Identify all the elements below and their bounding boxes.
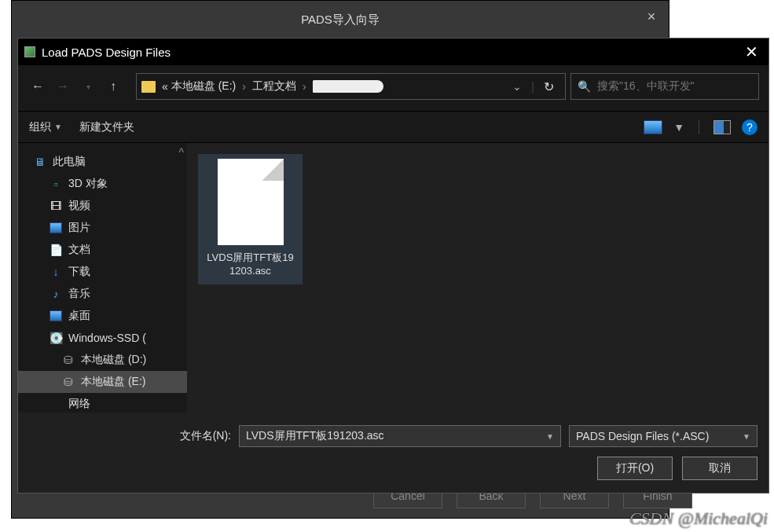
preview-pane-icon[interactable]	[713, 120, 731, 134]
dialog-title: Load PADS Design Files	[42, 46, 734, 59]
sidebar-item[interactable]: 网络	[18, 393, 187, 413]
dialog-close-button[interactable]: ✕	[734, 39, 768, 65]
view-mode-dropdown[interactable]: ▼	[673, 121, 684, 134]
file-list-pane[interactable]: LVDS屏用TFT板191203.asc	[187, 143, 768, 413]
scroll-up-button[interactable]: ^	[178, 146, 184, 159]
address-bar[interactable]: « 本地磁盘 (E:) › 工程文档 › ⌄ | ↻	[136, 73, 566, 100]
nav-row: ← → ▾ ↑ « 本地磁盘 (E:) › 工程文档 › ⌄ | ↻ 🔍 搜索"…	[18, 65, 768, 112]
ic-doc-icon	[50, 244, 62, 255]
nav-up-button[interactable]: ↑	[103, 76, 123, 97]
sidebar-item-label: 文档	[68, 243, 90, 257]
search-icon: 🔍	[578, 80, 591, 93]
cancel-button[interactable]: 取消	[682, 457, 757, 480]
organize-button[interactable]: 组织 ▼	[29, 120, 62, 134]
sidebar-item-label: 本地磁盘 (D:)	[81, 353, 146, 367]
sidebar-item-label: 桌面	[68, 309, 90, 323]
breadcrumb-drive[interactable]: 本地磁盘 (E:)	[171, 79, 236, 94]
file-icon	[218, 159, 284, 245]
search-placeholder: 搜索"16、中联开发"	[597, 79, 695, 94]
chevron-right-icon: ›	[239, 80, 249, 93]
sidebar-item[interactable]: 图片	[18, 217, 187, 239]
breadcrumb-redacted	[313, 80, 383, 93]
ic-dl-icon	[50, 266, 62, 277]
sidebar: ^ 此电脑3D 对象视频图片文档下载音乐桌面Windows-SSD (本地磁盘 …	[18, 143, 187, 413]
address-history-button[interactable]: ⌄	[506, 80, 528, 93]
sidebar-item-label: 视频	[68, 199, 90, 213]
sidebar-item-label: 3D 对象	[68, 177, 108, 191]
nav-back-button[interactable]: ←	[28, 76, 48, 97]
ic-ssd-icon	[50, 332, 62, 343]
sidebar-item-label: 下载	[68, 265, 90, 279]
filetype-select[interactable]: PADS Design Files (*.ASC) ▼	[569, 425, 757, 447]
search-input[interactable]: 🔍 搜索"16、中联开发"	[570, 73, 759, 100]
wizard-title: PADS导入向导	[301, 13, 380, 28]
refresh-button[interactable]: ↻	[537, 79, 560, 94]
sidebar-item[interactable]: 文档	[18, 239, 187, 261]
ic-drv-icon	[62, 354, 75, 365]
dialog-body: ^ 此电脑3D 对象视频图片文档下载音乐桌面Windows-SSD (本地磁盘 …	[18, 143, 768, 413]
toolbar: 组织 ▼ 新建文件夹 ▼ ?	[18, 112, 768, 143]
dialog-titlebar[interactable]: Load PADS Design Files ✕	[18, 39, 768, 65]
ic-vid-icon	[50, 200, 62, 211]
wizard-close-button[interactable]: ×	[640, 9, 662, 26]
sidebar-item-label: 此电脑	[53, 155, 86, 169]
sidebar-item-label: 本地磁盘 (E:)	[81, 375, 145, 389]
chevron-down-icon[interactable]: ▼	[546, 432, 554, 441]
blank-icon	[50, 398, 62, 409]
filename-input[interactable]: LVDS屏用TFT板191203.asc ▼	[239, 425, 561, 447]
file-open-dialog: Load PADS Design Files ✕ ← → ▾ ↑ « 本地磁盘 …	[17, 38, 769, 493]
dialog-bottom: 文件名(N): LVDS屏用TFT板191203.asc ▼ PADS Desi…	[18, 413, 768, 493]
breadcrumb-prefix: «	[162, 80, 168, 93]
help-icon[interactable]: ?	[742, 119, 757, 135]
file-item[interactable]: LVDS屏用TFT板191203.asc	[198, 154, 303, 284]
sidebar-item[interactable]: 本地磁盘 (D:)	[18, 349, 187, 371]
sidebar-item-label: 网络	[68, 397, 90, 411]
breadcrumb-folder[interactable]: 工程文档	[252, 79, 296, 94]
sidebar-item[interactable]: 桌面	[18, 305, 187, 327]
ic-3d-icon	[50, 178, 62, 189]
open-button[interactable]: 打开(O)	[597, 457, 673, 480]
new-folder-button[interactable]: 新建文件夹	[79, 120, 134, 134]
chevron-right-icon: ›	[299, 80, 310, 93]
folder-icon	[141, 81, 156, 93]
ic-drv-icon	[62, 376, 75, 387]
sidebar-item[interactable]: 本地磁盘 (E:)	[18, 371, 187, 393]
dialog-app-icon	[24, 46, 35, 57]
ic-pc-icon	[34, 156, 46, 167]
wizard-titlebar: PADS导入向导 ×	[12, 1, 669, 39]
nav-recent-button[interactable]: ▾	[78, 76, 98, 97]
sidebar-item[interactable]: 此电脑	[18, 151, 187, 173]
nav-forward-button[interactable]: →	[53, 76, 73, 97]
file-label: LVDS屏用TFT板191203.asc	[203, 250, 298, 280]
sidebar-item[interactable]: 视频	[18, 195, 187, 217]
sidebar-item-label: 图片	[68, 221, 90, 235]
filename-value: LVDS屏用TFT板191203.asc	[246, 429, 384, 443]
chevron-down-icon[interactable]: ▼	[743, 432, 750, 441]
sidebar-item[interactable]: 音乐	[18, 283, 187, 305]
sidebar-item-label: Windows-SSD (	[68, 332, 146, 344]
sidebar-item[interactable]: 3D 对象	[18, 173, 187, 195]
chevron-down-icon: ▼	[54, 123, 62, 131]
sidebar-item[interactable]: 下载	[18, 261, 187, 283]
ic-desk-icon	[50, 310, 62, 321]
view-mode-icon[interactable]	[644, 120, 662, 134]
filename-label: 文件名(N):	[180, 429, 231, 443]
ic-img-icon	[50, 222, 62, 233]
ic-music-icon	[50, 288, 62, 299]
filetype-value: PADS Design Files (*.ASC)	[576, 430, 709, 442]
sidebar-item-label: 音乐	[68, 287, 90, 301]
sidebar-item[interactable]: Windows-SSD (	[18, 327, 187, 349]
